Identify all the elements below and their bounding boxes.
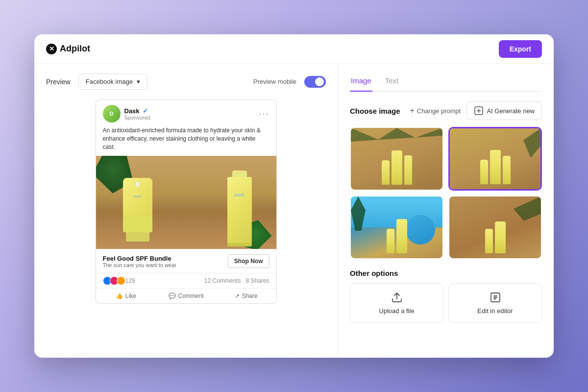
- logo-icon: ✕: [46, 44, 57, 54]
- fb-comments-shares: 12 Comments 8 Shares: [204, 277, 270, 284]
- mini-tube-2a: [480, 160, 488, 184]
- main-content: Preview Facebook image ▾ Preview mobile …: [34, 64, 554, 358]
- image-thumb-4[interactable]: [448, 196, 542, 259]
- product-tube-left: bask: [123, 178, 152, 242]
- fb-stats: 129 12 Comments 8 Shares: [96, 273, 276, 288]
- mini-tube-4b: [495, 221, 506, 253]
- upload-file-option[interactable]: Upload a file: [350, 283, 443, 323]
- main-window: ✕ Adpilot Export Preview Facebook image …: [34, 34, 554, 358]
- preview-label: Preview: [46, 78, 71, 86]
- facebook-preview-card: D Dask ✓ Sponsored ··· An antioxidant-en…: [96, 99, 277, 304]
- tab-text[interactable]: Text: [384, 74, 400, 92]
- mini-tube-3b: [396, 219, 407, 253]
- choose-image-title: Choose image: [350, 107, 400, 115]
- fb-product-name: Feel Good SPF Bundle: [103, 255, 176, 262]
- tab-image[interactable]: Image: [350, 74, 372, 92]
- thumb-bg-1: [351, 128, 442, 190]
- thumb-bg-3: [351, 196, 442, 258]
- preview-select-value: Facebook image: [86, 78, 133, 85]
- verified-icon: ✓: [143, 107, 148, 115]
- edit-in-editor-label: Edit in editor: [477, 307, 513, 315]
- left-panel: Preview Facebook image ▾ Preview mobile …: [34, 64, 338, 358]
- product-tube-right: bask: [227, 171, 252, 246]
- other-options-title: Other options: [350, 269, 542, 277]
- image-thumb-3[interactable]: [350, 196, 443, 259]
- fb-shares: 8 Shares: [245, 277, 269, 284]
- thumb-bg-2: [450, 128, 540, 189]
- fb-comments: 12 Comments: [204, 277, 241, 284]
- other-options-section: Other options Upload a file: [350, 269, 542, 323]
- toggle-thumb: [315, 77, 324, 86]
- palm-overlay-2: [516, 128, 540, 158]
- header: ✕ Adpilot Export: [34, 34, 554, 64]
- fb-description: An antioxidant-enriched formula made to …: [96, 125, 276, 156]
- section-actions: + Change prompt AI Generate new: [410, 101, 542, 120]
- edit-icon: [490, 292, 501, 303]
- mini-tube-1b: [392, 150, 402, 185]
- chevron-down-icon: ▾: [137, 78, 140, 85]
- comment-icon: 💬: [169, 293, 176, 299]
- image-grid: [350, 127, 542, 259]
- fb-shop-now-button[interactable]: Shop Now: [228, 254, 270, 268]
- palm-overlay-1: [351, 128, 442, 147]
- choose-image-section-header: Choose image + Change prompt AI Generate…: [350, 101, 542, 120]
- fb-cta-text: Feel Good SPF Bundle The sun care you wa…: [103, 255, 176, 268]
- products-4: [485, 221, 506, 253]
- mini-tube-2c: [503, 156, 511, 184]
- thumb-bg-4: [449, 196, 541, 258]
- plus-icon: +: [410, 106, 414, 115]
- palm-overlay-4: [507, 196, 541, 221]
- like-icon: 👍: [116, 293, 123, 299]
- other-options-grid: Upload a file Edit in editor: [350, 283, 542, 323]
- fb-product-image: bask bask: [96, 156, 276, 249]
- fb-reaction-icons: [103, 276, 123, 285]
- fb-comment-button[interactable]: 💬 Comment: [156, 289, 216, 303]
- fb-brand-name: Dask ✓: [124, 107, 150, 115]
- fb-more-icon[interactable]: ···: [259, 109, 269, 119]
- ai-generate-button[interactable]: AI Generate new: [466, 101, 542, 120]
- fb-like-button[interactable]: 👍 Like: [96, 289, 156, 303]
- logo: ✕ Adpilot: [46, 44, 90, 54]
- right-panel: Image Text Choose image + Change prompt: [338, 64, 554, 358]
- preview-select[interactable]: Facebook image ▾: [78, 74, 147, 90]
- products-3: [387, 219, 407, 253]
- ai-icon: [474, 106, 484, 116]
- fb-sponsored: Sponsored: [124, 115, 150, 121]
- mini-tube-2b: [490, 150, 501, 184]
- fb-cta: Feel Good SPF Bundle The sun care you wa…: [96, 249, 276, 273]
- logo-text: Adpilot: [60, 44, 90, 54]
- preview-mobile-label: Preview mobile: [253, 78, 296, 85]
- fb-header: D Dask ✓ Sponsored ···: [96, 100, 276, 125]
- change-prompt-button[interactable]: + Change prompt: [410, 106, 461, 115]
- preview-mobile-toggle[interactable]: [304, 76, 326, 88]
- fb-brand-info: Dask ✓ Sponsored: [124, 107, 150, 121]
- island-shape: [406, 215, 435, 245]
- image-thumb-1[interactable]: [350, 127, 443, 191]
- image-thumb-2[interactable]: [448, 127, 542, 191]
- upload-file-label: Upload a file: [379, 307, 414, 315]
- products-1: [382, 150, 412, 185]
- mini-tube-4a: [485, 229, 493, 253]
- reaction-haha-icon: [117, 276, 125, 285]
- export-button[interactable]: Export: [499, 40, 542, 58]
- fb-actions: 👍 Like 💬 Comment ↗ Share: [96, 288, 276, 303]
- fb-reactions-count: 129: [125, 277, 135, 284]
- fb-share-button[interactable]: ↗ Share: [216, 289, 276, 303]
- fb-reactions: 129: [103, 276, 135, 285]
- preview-controls: Preview Facebook image ▾ Preview mobile: [46, 74, 326, 90]
- fb-avatar: D: [103, 105, 121, 122]
- products-2: [480, 150, 511, 184]
- mini-tube-1c: [404, 155, 412, 185]
- fb-brand: D Dask ✓ Sponsored: [103, 105, 150, 122]
- upload-icon: [391, 292, 403, 303]
- mini-tube-1a: [382, 160, 390, 185]
- share-icon: ↗: [235, 293, 240, 299]
- edit-in-editor-option[interactable]: Edit in editor: [448, 283, 542, 323]
- fb-product-tagline: The sun care you want to wear: [103, 262, 176, 268]
- mini-tube-3a: [387, 229, 394, 253]
- tabs: Image Text: [350, 74, 542, 92]
